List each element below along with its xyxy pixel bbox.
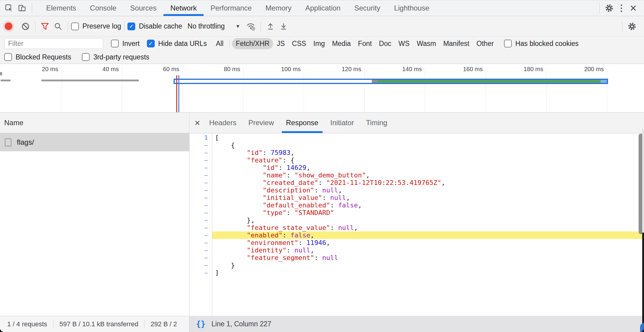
clear-requests-button[interactable]	[19, 20, 32, 33]
status-item: 292 B / 2	[151, 320, 177, 328]
page-edge-button	[640, 323, 644, 332]
code-text: "feature": {	[212, 156, 644, 164]
filter-type-css[interactable]: CSS	[288, 38, 310, 49]
toolbar-right	[619, 20, 644, 33]
filter-type-all[interactable]: All	[212, 38, 227, 49]
page-edge-strip	[642, 129, 644, 233]
import-har-button[interactable]	[264, 20, 277, 33]
search-button[interactable]	[52, 20, 65, 33]
throttling-select[interactable]: No throttling ▼	[188, 22, 240, 30]
filter-type-js[interactable]: JS	[273, 38, 288, 49]
code-line: – "id": 14629,	[190, 164, 644, 171]
response-viewer: 1[– {– "id": 75983,– "feature": {– "id":…	[190, 133, 644, 316]
code-text: "name": "show_demo_button",	[212, 171, 644, 179]
disable-cache-checkbox[interactable]: ✓ Disable cache	[127, 22, 182, 30]
gutter-marker: –	[190, 194, 212, 201]
invert-checkbox[interactable]: Invert	[111, 40, 140, 48]
code-text: {	[212, 141, 644, 149]
filter-type-manifest[interactable]: Manifest	[440, 38, 473, 49]
ruler-tick-label: 160 ms	[447, 66, 483, 73]
column-header-name[interactable]: Name	[0, 113, 189, 133]
gutter-marker: –	[190, 171, 212, 179]
detail-tab-headers[interactable]: Headers	[203, 113, 243, 133]
preserve-log-checkbox[interactable]: Preserve log	[71, 22, 121, 30]
filter-type-ws[interactable]: WS	[395, 38, 413, 49]
close-detail-button[interactable]: ×	[190, 117, 203, 128]
filter-toggle-button[interactable]	[38, 20, 52, 33]
more-options-button[interactable]	[616, 5, 627, 12]
editor-status: {} Line 1, Column 227	[189, 316, 644, 332]
response-code: 1[– {– "id": 75983,– "feature": {– "id":…	[190, 134, 644, 276]
network-conditions-icon	[246, 22, 256, 31]
filter-type-other[interactable]: Other	[473, 38, 497, 49]
detail-tab-response[interactable]: Response	[280, 113, 324, 133]
tab-security[interactable]: Security	[347, 0, 387, 16]
code-text: [	[212, 134, 644, 141]
inspect-element-button[interactable]	[2, 2, 16, 15]
filter-type-media[interactable]: Media	[328, 38, 354, 49]
tab-performance[interactable]: Performance	[204, 0, 258, 16]
tab-elements[interactable]: Elements	[39, 0, 83, 16]
code-line: – "identity": null,	[190, 246, 644, 254]
code-text: },	[212, 216, 644, 224]
hide-data-urls-checkbox[interactable]: ✓ Hide data URLs	[147, 40, 207, 48]
tab-network[interactable]: Network	[163, 0, 204, 16]
tab-console[interactable]: Console	[83, 0, 123, 16]
third-party-requests-checkbox[interactable]: 3rd-party requests	[82, 53, 149, 61]
network-toolbar: Preserve log ✓ Disable cache No throttli…	[0, 16, 644, 37]
code-line: – "initial_value": null,	[190, 194, 644, 201]
detail-tab-initiator[interactable]: Initiator	[324, 113, 360, 133]
gutter-marker: –	[190, 209, 212, 216]
network-overview-timeline[interactable]: 20 ms40 ms60 ms80 ms100 ms120 ms140 ms16…	[0, 64, 644, 113]
throttling-value: No throttling	[188, 22, 225, 30]
resource-type-filters: AllFetch/XHRJSCSSImgMediaFontDocWSWasmMa…	[212, 38, 497, 49]
domcontentloaded-event-line	[178, 75, 179, 112]
filter-type-fetch-xhr[interactable]: Fetch/XHR	[232, 38, 273, 49]
ruler-gridline	[364, 67, 365, 112]
filter-type-font[interactable]: Font	[354, 38, 375, 49]
network-conditions-button[interactable]	[244, 20, 258, 33]
network-settings-button[interactable]	[625, 20, 639, 33]
tab-lighthouse[interactable]: Lighthouse	[387, 0, 436, 16]
hide-data-urls-label: Hide data URLs	[158, 40, 207, 48]
gutter-marker: –	[190, 224, 212, 231]
code-text: }	[212, 261, 644, 269]
code-text: "initial_value": null,	[212, 194, 644, 201]
network-main-area: Name flags/ × HeadersPreviewResponseInit…	[0, 113, 644, 316]
device-toolbar-button[interactable]	[16, 2, 29, 15]
code-text: ]	[212, 269, 644, 276]
filter-input[interactable]	[4, 38, 103, 49]
blocked-requests-checkbox[interactable]: Blocked Requests	[4, 53, 71, 61]
detail-tab-preview[interactable]: Preview	[242, 113, 280, 133]
close-devtools-button[interactable]: ×	[627, 2, 640, 15]
tab-application[interactable]: Application	[298, 0, 347, 16]
has-blocked-cookies-checkbox[interactable]: Has blocked cookies	[504, 40, 579, 48]
overview-request-bar	[0, 72, 2, 75]
code-text: "default_enabled": false,	[212, 201, 644, 209]
filter-type-img[interactable]: Img	[310, 38, 328, 49]
record-button[interactable]	[5, 23, 12, 30]
ruler-gridline	[607, 67, 607, 112]
code-line: – "feature_segment": null	[190, 254, 644, 261]
code-line: – "type": "STANDARD"	[190, 209, 644, 216]
invert-label: Invert	[122, 40, 140, 48]
disable-cache-label: Disable cache	[139, 22, 182, 30]
line-column-indicator: Line 1, Column 227	[211, 320, 271, 328]
ruler-gridline	[243, 67, 243, 112]
ruler-tick-label: 60 ms	[143, 66, 179, 73]
code-line: – "id": 75983,	[190, 149, 644, 156]
settings-button[interactable]	[603, 2, 616, 15]
tabbar-right-controls: ×	[596, 2, 644, 15]
filter-type-doc[interactable]: Doc	[375, 38, 395, 49]
code-line: – "feature_state_value": null,	[190, 224, 644, 231]
network-filter-row: Invert ✓ Hide data URLs AllFetch/XHRJSCS…	[0, 37, 644, 50]
code-line: – "created_date": "2021-11-12T10:22:53.4…	[190, 179, 644, 186]
export-har-button[interactable]	[277, 20, 290, 33]
has-blocked-cookies-label: Has blocked cookies	[515, 40, 579, 48]
format-braces-icon[interactable]: {}	[196, 319, 205, 328]
detail-tab-timing[interactable]: Timing	[360, 113, 393, 133]
tab-memory[interactable]: Memory	[259, 0, 299, 16]
request-row-flags[interactable]: flags/	[0, 133, 189, 151]
tab-sources[interactable]: Sources	[123, 0, 163, 16]
filter-type-wasm[interactable]: Wasm	[413, 38, 440, 49]
